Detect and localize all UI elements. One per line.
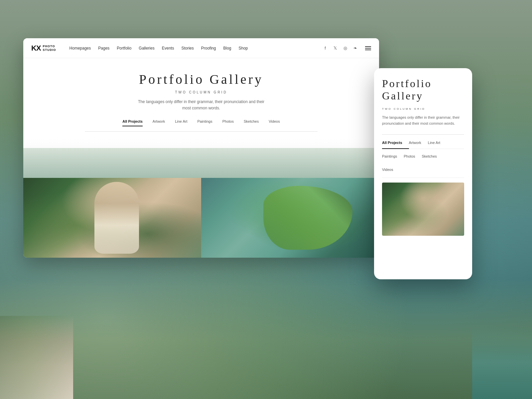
nav-stories[interactable]: Stories: [181, 46, 194, 51]
mobile-gallery-image[interactable]: [382, 183, 464, 236]
mobile-filter-line-art[interactable]: Line Art: [428, 141, 447, 145]
filter-bar: All Projects Artwork Line Art Paintings …: [85, 119, 318, 132]
nav-portfolio[interactable]: Portfolio: [117, 46, 131, 51]
mobile-filter-all-projects[interactable]: All Projects: [382, 141, 409, 145]
mobile-filter-artwork[interactable]: Artwork: [409, 141, 428, 145]
filter-photos[interactable]: Photos: [222, 119, 234, 126]
nav-galleries[interactable]: Galleries: [139, 46, 154, 51]
twitter-icon[interactable]: 𝕏: [332, 46, 338, 51]
filter-line-art[interactable]: Line Art: [175, 119, 187, 126]
hamburger-menu[interactable]: [365, 46, 371, 50]
mobile-filter-videos[interactable]: Videos: [382, 168, 400, 172]
hero-section: Portfolio Gallery TWO COLUMN GRID The la…: [23, 58, 379, 111]
instagram-icon[interactable]: ◎: [342, 46, 348, 51]
hero-title: Portfolio Gallery: [23, 71, 379, 87]
filter-paintings[interactable]: Paintings: [197, 119, 212, 126]
mobile-hero-subtitle: TWO COLUMN GRID: [382, 107, 464, 110]
mobile-filter-paintings[interactable]: Paintings: [382, 154, 404, 158]
gallery-image-bride[interactable]: [23, 178, 201, 258]
filter-videos[interactable]: Videos: [269, 119, 280, 126]
partial-teal-bg: [472, 326, 532, 399]
mobile-divider: [382, 134, 464, 135]
gallery-row: [23, 178, 379, 258]
nav-blog[interactable]: Blog: [223, 46, 231, 51]
hero-description: The languages only differ in their gramm…: [135, 99, 268, 111]
mobile-filter-photos[interactable]: Photos: [404, 154, 422, 158]
filter-artwork[interactable]: Artwork: [153, 119, 165, 126]
mobile-filter-row3: Videos: [382, 166, 464, 172]
extra-icon[interactable]: ❧: [352, 46, 358, 51]
nav-social-icons: f 𝕏 ◎ ❧: [323, 46, 371, 51]
nav-shop[interactable]: Shop: [239, 46, 248, 51]
logo[interactable]: KX PHOTO STUDIO: [31, 44, 56, 53]
mobile-filter-row1: All Projects Artwork Line Art: [382, 141, 464, 149]
facebook-icon[interactable]: f: [323, 46, 328, 51]
desktop-main-content: Portfolio Gallery TWO COLUMN GRID The la…: [23, 58, 379, 258]
nav-pages[interactable]: Pages: [98, 46, 109, 51]
nav-proofing[interactable]: Proofing: [201, 46, 216, 51]
hero-subtitle: TWO COLUMN GRID: [23, 90, 379, 94]
nav-events[interactable]: Events: [162, 46, 174, 51]
mobile-window: Portfolio Gallery TWO COLUMN GRID The la…: [374, 68, 472, 279]
logo-text: PHOTO STUDIO: [43, 45, 56, 52]
mobile-filter-row2: Paintings Photos Sketches: [382, 154, 464, 162]
nav-links: Homepages Pages Portfolio Galleries Even…: [69, 46, 323, 51]
nav-homepages[interactable]: Homepages: [69, 46, 91, 51]
logo-kx: KX: [31, 44, 41, 53]
mobile-hero-title: Portfolio Gallery: [382, 77, 464, 102]
mobile-content: Portfolio Gallery TWO COLUMN GRID The la…: [374, 68, 472, 279]
mobile-hero-description: The languages only differ in their gramm…: [382, 114, 464, 126]
mobile-filter-sketches[interactable]: Sketches: [422, 154, 444, 158]
filter-sketches[interactable]: Sketches: [244, 119, 259, 126]
partial-bride-bg: [0, 316, 73, 399]
filter-all-projects[interactable]: All Projects: [122, 119, 143, 126]
desktop-window: KX PHOTO STUDIO Homepages Pages Portfoli…: [23, 38, 379, 258]
navbar: KX PHOTO STUDIO Homepages Pages Portfoli…: [23, 38, 379, 58]
gallery-image-iguana[interactable]: [201, 178, 379, 258]
mobile-separator-2: [382, 178, 464, 178]
